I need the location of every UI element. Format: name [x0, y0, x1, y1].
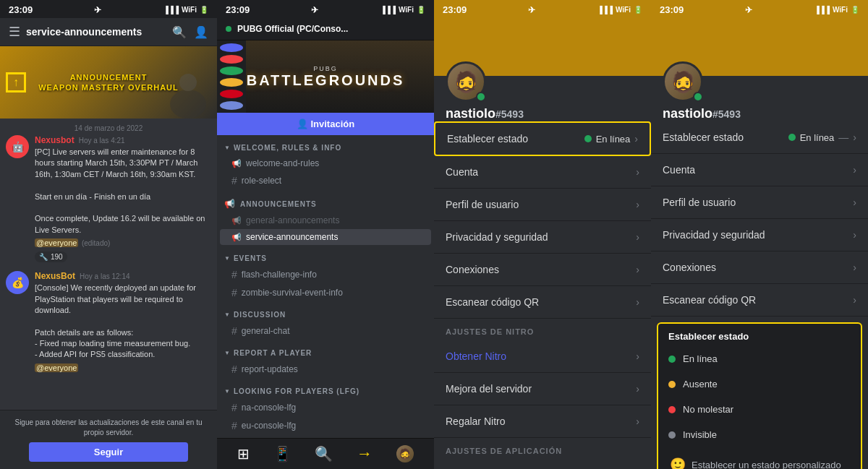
members-icon[interactable]: 👤 [194, 25, 208, 39]
signal-4: ▐▐▐ [814, 6, 830, 14]
qr-label-3: Escanear código QR [446, 296, 539, 308]
server-icon-2[interactable] [220, 55, 243, 64]
smiley-icon: 🙂 [670, 457, 686, 469]
avatar-nav-icon[interactable]: 🧔 [396, 445, 414, 462]
hash-icon-5: # [231, 363, 237, 375]
perfil-item-3[interactable]: Perfil de usuario › [434, 189, 651, 221]
channel-role-select[interactable]: # role-select [220, 172, 431, 189]
channel-welcome-rules[interactable]: 📢 welcome-and-rules [220, 155, 431, 171]
category-events: ▼ EVENTS [217, 246, 434, 265]
obtener-nitro-label-3: Obtener Nitro [446, 350, 506, 362]
server-icon-3[interactable] [220, 66, 243, 75]
channel-zombie[interactable]: # zombie-survival-event-info [220, 284, 431, 301]
chevron-qr-4: › [853, 294, 856, 306]
cuenta-item-3[interactable]: Cuenta › [434, 156, 651, 189]
regalar-item-3[interactable]: Regalar Nitro › [434, 405, 651, 438]
nitro-section-3: AJUSTES DE NITRO [434, 319, 651, 340]
pubg-sub: PUBG [247, 65, 405, 72]
channel-list[interactable]: ▼ WELCOME, RULES & INFO 📢 welcome-and-ru… [217, 135, 434, 438]
user-tag-4: #5493 [712, 108, 741, 120]
follow-bar: Sigue para obtener las actualizaciones d… [0, 410, 217, 469]
dot-dnd [668, 406, 676, 413]
channel-na-lfg[interactable]: # na-console-lfg [220, 399, 431, 416]
hash-icon-1: # [231, 175, 237, 186]
signal-3: ▐▐▐ [597, 6, 613, 14]
status-option-dnd[interactable]: No molestar [658, 397, 861, 422]
cuenta-label-4: Cuenta [663, 164, 695, 176]
nitro-item-3[interactable]: Obtener Nitro › [434, 340, 651, 373]
pubg-banner-content: PUBG BATTLEGROUNDS [247, 65, 405, 89]
chevron-priv-4: › [853, 229, 856, 241]
plane-icon-3: ✈ [528, 5, 535, 15]
channel-general-ann[interactable]: 📢 general-announcements [220, 212, 431, 228]
ann-icon-3: 📢 [231, 233, 242, 242]
home-nav-icon[interactable]: ⊞ [237, 445, 250, 462]
search-nav-icon[interactable]: 🔍 [315, 445, 333, 462]
conexiones-item-3[interactable]: Conexiones › [434, 254, 651, 286]
reaction-btn-1[interactable]: 🔧 190 [35, 251, 67, 262]
bottom-nav-bar: ⊞ 📱 🔍 → 🧔 [217, 438, 434, 469]
menu-above-dropdown: Establecer estado En línea — › Cuenta › … [651, 121, 868, 317]
custom-status-bar[interactable]: 🙂 Establecer un estado personalizado [658, 447, 861, 469]
mejora-label-3: Mejora del servidor [446, 383, 532, 395]
status-option-online[interactable]: En línea [658, 346, 861, 371]
msg-content-1: Nexusbot Hoy a las 4:21 [PC] Live server… [35, 135, 211, 262]
server-icon-1[interactable] [220, 43, 243, 52]
idle-label: Ausente [683, 379, 718, 390]
phone-nav-icon[interactable]: 📱 [273, 445, 292, 462]
qr-item-4[interactable]: Escanear código QR › [651, 284, 868, 317]
chevron-status-4: › [853, 132, 856, 143]
pubg-title: BATTLEGROUNDS [247, 72, 405, 89]
follow-button[interactable]: Seguir [29, 442, 189, 462]
chevron-perfil-3: › [636, 199, 639, 210]
qr-item-3[interactable]: Escanear código QR › [434, 286, 651, 319]
invisible-label: Invisible [683, 429, 717, 440]
privacidad-label-3: Privacidad y seguridad [446, 231, 548, 243]
status-icons-4: ▐▐▐ WiFi 🔋 [814, 6, 859, 14]
server-icon-6[interactable] [220, 101, 243, 110]
username-text-3: nastiolo [446, 106, 495, 121]
arrow-right-icon[interactable]: → [357, 444, 373, 463]
custom-status-label: Establecer un estado personalizado [692, 460, 841, 470]
server-status-dot [226, 26, 231, 32]
channel-flash[interactable]: # flash-challenge-info [220, 266, 431, 283]
category-label-4: DISCUSSION [234, 311, 286, 319]
channel-eu-lfg[interactable]: # eu-console-lfg [220, 417, 431, 434]
avatar-2: 💰 [6, 271, 29, 294]
channel-service-ann[interactable]: 📢 service-announcements [220, 229, 431, 245]
hamburger-icon[interactable]: ☰ [9, 24, 20, 40]
wifi-2: WiFi [399, 6, 414, 14]
menu-list-3[interactable]: Establecer estado En línea › Cuenta › Pe… [434, 121, 651, 469]
signal-icon-1: ▐▐▐ [163, 6, 179, 14]
signal-2: ▐▐▐ [380, 6, 396, 14]
channel-name-flash: flash-challenge-info [242, 270, 317, 280]
search-icon[interactable]: 🔍 [172, 25, 187, 39]
mejora-item-3[interactable]: Mejora del servidor › [434, 373, 651, 405]
battery-icon-1: 🔋 [200, 6, 208, 14]
msg-author-1: Nexusbot [35, 135, 75, 145]
invite-button[interactable]: 👤 Invitación [217, 113, 434, 135]
server-icon-4[interactable] [220, 78, 243, 87]
panel-server: 23:09 ✈ ▐▐▐ WiFi 🔋 PUBG Official (PC/Con… [217, 0, 434, 469]
privacidad-item-4[interactable]: Privacidad y seguridad › [651, 219, 868, 251]
channel-general-chat[interactable]: # general-chat [220, 322, 431, 340]
perfil-item-4[interactable]: Perfil de usuario › [651, 186, 868, 219]
status-item-4[interactable]: Establecer estado En línea — › [651, 121, 868, 154]
category-lfg: ▼ LOOKING FOR PLAYERS (LFG) [217, 379, 434, 398]
status-menu-item-3[interactable]: Establecer estado En línea › [434, 121, 651, 156]
channel-report-updates[interactable]: # report-updates [220, 361, 431, 378]
conexiones-label-4: Conexiones [663, 262, 716, 273]
status-option-invisible[interactable]: Invisible [658, 422, 861, 447]
status-bar-4: 23:09 ✈ ▐▐▐ WiFi 🔋 [651, 0, 868, 18]
privacidad-item-3[interactable]: Privacidad y seguridad › [434, 221, 651, 254]
server-icon-5[interactable] [220, 90, 243, 98]
status-option-idle[interactable]: Ausente [658, 371, 861, 397]
panel-announcements: 23:09 ✈ ▐▐▐ WiFi 🔋 ☰ service-announcemen… [0, 0, 217, 469]
cuenta-item-4[interactable]: Cuenta › [651, 154, 868, 186]
wifi-3: WiFi [616, 6, 631, 14]
conexiones-item-4[interactable]: Conexiones › [651, 251, 868, 284]
pubg-banner: PUBG BATTLEGROUNDS [217, 40, 434, 113]
chevron-nitro-3: › [636, 350, 639, 362]
messages-area[interactable]: 🤖 Nexusbot Hoy a las 4:21 [PC] Live serv… [0, 135, 217, 410]
server-icon-list [217, 40, 246, 113]
